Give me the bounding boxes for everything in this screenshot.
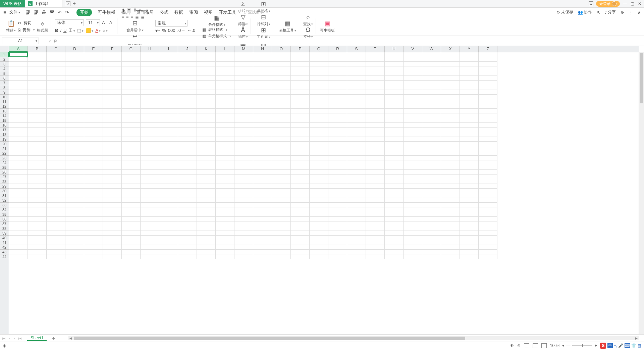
cell[interactable] [347, 170, 366, 174]
cell[interactable] [178, 57, 197, 62]
row-header[interactable]: 20 [0, 142, 9, 146]
cell[interactable] [159, 245, 178, 250]
cell[interactable] [197, 198, 216, 203]
cell[interactable] [479, 189, 497, 193]
cell[interactable] [84, 236, 103, 240]
cell[interactable] [122, 226, 141, 231]
scroll-right-icon[interactable]: ▶ [634, 336, 639, 340]
cell[interactable] [47, 71, 65, 76]
cell[interactable] [404, 132, 422, 137]
row-header[interactable]: 24 [0, 160, 9, 165]
cell[interactable] [234, 95, 253, 99]
cell[interactable] [479, 151, 497, 156]
cell[interactable] [460, 66, 479, 71]
cell[interactable] [253, 128, 272, 132]
cell[interactable] [47, 109, 65, 113]
last-sheet-icon[interactable]: ⏭ [18, 336, 22, 340]
cell[interactable] [328, 240, 347, 245]
cell[interactable] [28, 57, 47, 62]
cell[interactable] [460, 76, 479, 81]
cell[interactable] [234, 156, 253, 160]
cell[interactable] [366, 221, 385, 226]
cell[interactable] [385, 179, 404, 184]
rowcol-button[interactable]: ⊟行和列 [257, 13, 270, 27]
cell[interactable] [291, 212, 310, 217]
ribbon-tab-可牛模板[interactable]: 可牛模板 [98, 9, 115, 15]
cell[interactable] [272, 146, 291, 151]
cell[interactable] [103, 198, 122, 203]
cell[interactable] [310, 254, 328, 259]
cell[interactable] [310, 85, 328, 90]
cell[interactable] [460, 90, 479, 95]
cell[interactable] [253, 52, 272, 57]
cell[interactable] [234, 52, 253, 57]
cell[interactable] [366, 137, 385, 142]
cell[interactable] [216, 212, 234, 217]
cell[interactable] [366, 207, 385, 212]
cell[interactable] [291, 170, 310, 174]
cell[interactable] [28, 240, 47, 245]
cell[interactable] [272, 62, 291, 66]
cell[interactable] [441, 142, 460, 146]
cell[interactable] [178, 99, 197, 104]
cell[interactable] [234, 151, 253, 156]
sheet-tab[interactable]: Sheet1 [27, 336, 47, 341]
cell[interactable] [28, 128, 47, 132]
cell[interactable] [47, 250, 65, 254]
cell[interactable] [272, 174, 291, 179]
cell[interactable] [216, 151, 234, 156]
cell[interactable] [9, 245, 28, 250]
cell[interactable] [216, 128, 234, 132]
cell[interactable] [216, 66, 234, 71]
prev-sheet-icon[interactable]: ‹ [9, 336, 10, 340]
cell[interactable] [310, 198, 328, 203]
cell[interactable] [159, 212, 178, 217]
cell[interactable] [178, 179, 197, 184]
cell[interactable] [328, 231, 347, 236]
cell[interactable] [422, 217, 441, 221]
cell[interactable] [122, 231, 141, 236]
cell[interactable] [103, 165, 122, 170]
cell[interactable] [141, 57, 159, 62]
column-header[interactable]: P [291, 46, 310, 52]
cell[interactable] [197, 240, 216, 245]
cell[interactable] [422, 66, 441, 71]
cell[interactable] [253, 99, 272, 104]
cell[interactable] [479, 193, 497, 198]
cell[interactable] [159, 170, 178, 174]
cell[interactable] [291, 137, 310, 142]
cell[interactable] [460, 245, 479, 250]
cell[interactable] [460, 254, 479, 259]
cell[interactable] [328, 217, 347, 221]
cell[interactable] [272, 66, 291, 71]
cell[interactable] [479, 236, 497, 240]
cell[interactable] [178, 160, 197, 165]
cell[interactable] [385, 193, 404, 198]
row-header[interactable]: 29 [0, 184, 9, 189]
cell[interactable] [291, 250, 310, 254]
copy-button[interactable]: ⎘复制 [18, 27, 35, 33]
cell[interactable] [65, 81, 84, 85]
cell[interactable] [404, 198, 422, 203]
cell[interactable] [328, 118, 347, 123]
row-header[interactable]: 39 [0, 231, 9, 236]
cell[interactable] [159, 85, 178, 90]
cell[interactable] [234, 254, 253, 259]
settings-icon[interactable]: ⚙ [621, 10, 624, 15]
cell[interactable] [441, 113, 460, 118]
cell[interactable] [328, 109, 347, 113]
cell[interactable] [65, 76, 84, 81]
cell[interactable] [479, 212, 497, 217]
cell[interactable] [197, 254, 216, 259]
cell[interactable] [347, 66, 366, 71]
cell[interactable] [460, 189, 479, 193]
cell[interactable] [479, 207, 497, 212]
row-header[interactable]: 44 [0, 254, 9, 259]
cell[interactable] [197, 66, 216, 71]
cell[interactable] [65, 231, 84, 236]
cell[interactable] [404, 76, 422, 81]
cell[interactable] [310, 76, 328, 81]
cell[interactable] [9, 123, 28, 128]
row-header[interactable]: 13 [0, 109, 9, 113]
cell[interactable] [9, 189, 28, 193]
